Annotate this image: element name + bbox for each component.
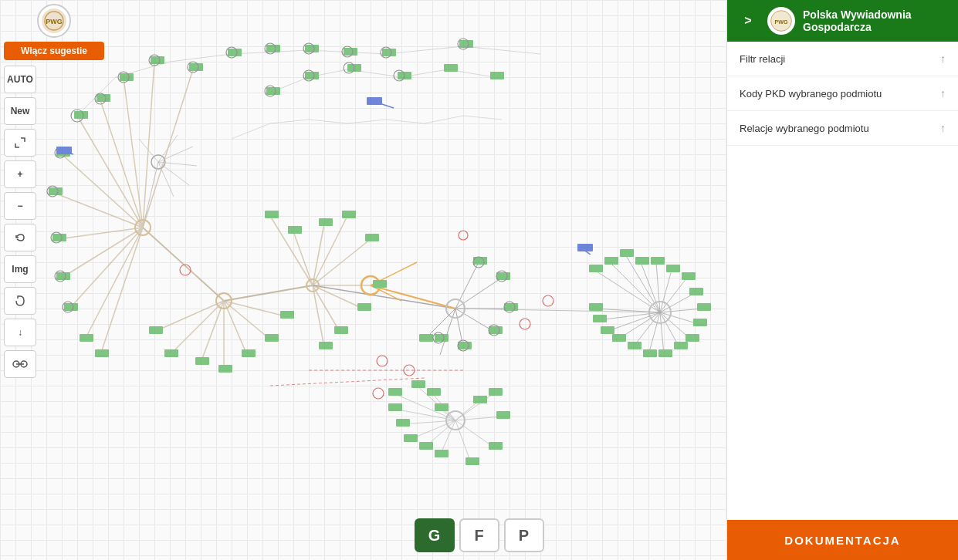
svg-rect-155	[693, 319, 707, 326]
svg-rect-107	[344, 48, 357, 56]
svg-rect-118	[52, 234, 66, 241]
svg-line-216	[270, 120, 309, 123]
svg-rect-106	[305, 45, 319, 52]
documentation-label: DOKUMENTACJA	[784, 534, 900, 547]
zoom-in-button[interactable]: +	[4, 160, 36, 188]
svg-rect-167	[435, 403, 449, 411]
svg-rect-176	[396, 419, 410, 427]
svg-rect-143	[458, 342, 472, 349]
svg-rect-99	[74, 111, 88, 119]
svg-rect-129	[280, 311, 294, 319]
app-logo[interactable]: PWG	[37, 4, 71, 38]
svg-line-0	[77, 116, 143, 228]
svg-line-35	[455, 278, 502, 309]
svg-line-20	[224, 285, 313, 301]
filter-entity-arrow: ↑	[940, 122, 946, 134]
link-button[interactable]	[4, 350, 36, 378]
svg-rect-115	[490, 72, 504, 79]
graph-area	[0, 0, 726, 560]
toolbar-controls: AUTO New + − Img ↓	[4, 66, 36, 378]
svg-point-203	[520, 319, 530, 329]
svg-rect-122	[95, 349, 109, 357]
svg-line-27	[313, 285, 363, 309]
svg-line-218	[347, 120, 386, 123]
svg-rect-160	[628, 342, 641, 349]
svg-rect-117	[49, 187, 63, 195]
svg-line-219	[386, 120, 425, 123]
svg-rect-134	[365, 234, 379, 241]
svg-rect-140	[496, 272, 510, 280]
img-button[interactable]: Img	[4, 255, 36, 283]
svg-rect-159	[643, 349, 657, 357]
svg-line-24	[313, 216, 347, 285]
svg-rect-108	[382, 49, 396, 56]
bottom-tabs: G F P	[415, 518, 544, 552]
svg-line-217	[309, 120, 347, 123]
svg-rect-124	[164, 349, 178, 357]
expand-button[interactable]	[4, 129, 36, 157]
svg-rect-177	[388, 403, 402, 411]
refresh-button[interactable]	[4, 287, 36, 315]
svg-point-204	[543, 295, 553, 306]
svg-line-42	[594, 270, 660, 312]
documentation-button[interactable]: DOKUMENTACJA	[727, 520, 958, 560]
svg-line-9	[69, 228, 143, 309]
filter-entity-relations[interactable]: Relacje wybranego podmiotu ↑	[727, 111, 958, 146]
svg-line-7	[58, 228, 143, 239]
new-button[interactable]: New	[4, 97, 36, 125]
svg-rect-154	[697, 303, 711, 311]
svg-rect-175	[404, 434, 418, 442]
filter-pkd-label: Kody PKD wybranego podmiotu	[740, 88, 882, 100]
svg-rect-114	[444, 64, 458, 72]
filter-relations-arrow: ↑	[940, 52, 946, 65]
arrow-down-button[interactable]: ↓	[4, 319, 36, 346]
svg-rect-142	[489, 326, 503, 334]
svg-rect-132	[319, 218, 333, 226]
panel-toggle-button[interactable]: >	[736, 9, 760, 32]
svg-text:PWG: PWG	[775, 19, 788, 25]
svg-rect-207	[56, 147, 72, 154]
toolbar-top: PWG Włącz sugestie	[4, 4, 104, 60]
svg-rect-119	[56, 272, 70, 280]
svg-line-10	[85, 228, 143, 339]
svg-line-39	[440, 309, 455, 355]
zoom-out-button[interactable]: −	[4, 192, 36, 220]
svg-rect-172	[465, 457, 479, 465]
svg-rect-121	[80, 334, 93, 342]
svg-rect-152	[682, 272, 696, 280]
svg-line-14	[170, 301, 224, 355]
svg-rect-162	[601, 326, 614, 334]
undo-button[interactable]	[4, 224, 36, 251]
svg-line-67	[463, 46, 540, 54]
svg-line-228	[158, 162, 189, 185]
svg-rect-109	[459, 40, 473, 48]
suggest-button[interactable]: Włącz sugestie	[4, 42, 104, 60]
svg-point-200	[377, 356, 388, 366]
svg-rect-110	[266, 87, 280, 95]
svg-rect-171	[489, 442, 503, 450]
svg-line-229	[158, 162, 174, 197]
svg-rect-101	[120, 73, 134, 81]
svg-rect-131	[288, 226, 302, 234]
filter-section: Filtr relacji ↑ Kody PKD wybranego podmi…	[727, 42, 958, 146]
svg-rect-150	[651, 257, 665, 265]
svg-line-221	[463, 116, 502, 120]
auto-button[interactable]: AUTO	[4, 66, 36, 93]
panel-logo: PWG	[767, 7, 795, 35]
tab-f[interactable]: F	[459, 518, 499, 552]
svg-line-34	[455, 262, 479, 309]
tab-g[interactable]: G	[415, 518, 455, 552]
svg-rect-147	[604, 257, 618, 265]
svg-rect-102	[151, 56, 164, 64]
filter-pkd-arrow: ↑	[940, 87, 946, 100]
svg-rect-120	[64, 303, 78, 311]
filter-relations[interactable]: Filtr relacji ↑	[727, 42, 958, 76]
svg-rect-126	[218, 365, 232, 373]
svg-line-23	[313, 224, 324, 285]
panel-header: > PWG Polska Wywiadownia Gospodarcza	[727, 0, 958, 42]
tab-p[interactable]: P	[504, 518, 544, 552]
filter-pkd[interactable]: Kody PKD wybranego podmiotu ↑	[727, 76, 958, 111]
svg-rect-128	[265, 334, 279, 342]
filter-relations-label: Filtr relacji	[740, 53, 785, 65]
svg-line-63	[170, 54, 232, 62]
